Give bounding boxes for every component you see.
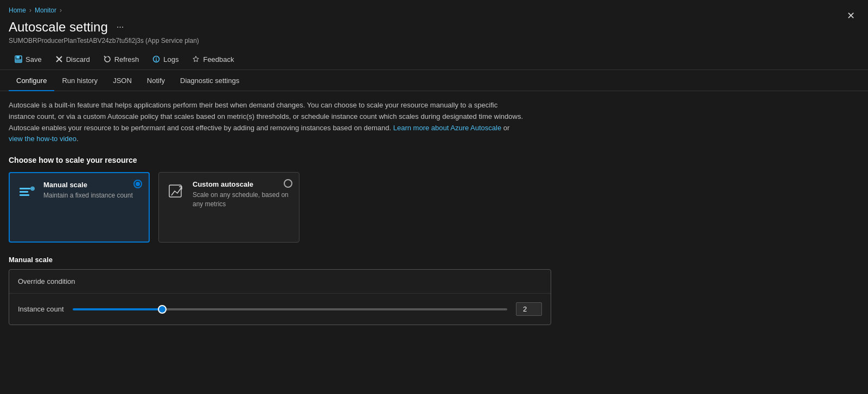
- learn-more-link[interactable]: Learn more about Azure Autoscale: [393, 124, 501, 132]
- tab-diagnostic-settings[interactable]: Diagnostic settings: [173, 71, 247, 91]
- custom-autoscale-desc: Scale on any schedule, based on any metr…: [193, 190, 291, 209]
- refresh-button[interactable]: Refresh: [98, 52, 145, 66]
- refresh-label: Refresh: [114, 55, 139, 63]
- feedback-icon: [192, 55, 200, 63]
- discard-button[interactable]: Discard: [49, 52, 95, 66]
- breadcrumb-home[interactable]: Home: [9, 7, 26, 14]
- manual-scale-title: Manual scale: [43, 181, 141, 189]
- description-period: .: [76, 135, 79, 143]
- custom-autoscale-icon: [167, 182, 186, 202]
- logs-icon: [152, 55, 161, 63]
- how-to-video-link[interactable]: view the how-to video: [9, 135, 76, 143]
- manual-scale-desc: Maintain a fixed instance count: [43, 191, 141, 200]
- custom-autoscale-content: Custom autoscale Scale on any schedule, …: [193, 180, 291, 209]
- svg-rect-2: [16, 59, 21, 62]
- slider-container: [73, 308, 507, 310]
- tabs-container: Configure Run history JSON Notify Diagno…: [0, 71, 868, 91]
- discard-label: Discard: [66, 55, 90, 63]
- feedback-label: Feedback: [203, 55, 234, 63]
- svg-rect-10: [20, 194, 29, 196]
- tab-configure[interactable]: Configure: [9, 71, 54, 91]
- refresh-icon: [103, 55, 112, 63]
- custom-autoscale-title: Custom autoscale: [193, 180, 291, 188]
- manual-scale-icon: [17, 183, 37, 202]
- manual-scale-content: Manual scale Maintain a fixed instance c…: [43, 181, 141, 200]
- override-condition-header: Override condition: [9, 270, 551, 294]
- toolbar: Save Discard Refresh Logs: [0, 49, 868, 70]
- scale-options: Manual scale Maintain a fixed instance c…: [9, 172, 859, 243]
- breadcrumb-monitor[interactable]: Monitor: [35, 7, 56, 14]
- feedback-button[interactable]: Feedback: [186, 52, 239, 66]
- custom-autoscale-card[interactable]: Custom autoscale Scale on any schedule, …: [158, 172, 299, 243]
- svg-rect-9: [20, 191, 28, 193]
- tab-run-history[interactable]: Run history: [54, 71, 105, 91]
- manual-scale-section-label: Manual scale: [9, 256, 859, 264]
- scale-section-title: Choose how to scale your resource: [9, 156, 859, 164]
- svg-rect-1: [16, 56, 20, 59]
- instance-count-label: Instance count: [18, 305, 64, 313]
- breadcrumb-sep-1: ›: [29, 7, 31, 14]
- override-body: Instance count: [9, 294, 551, 325]
- breadcrumb: Home › Monitor ›: [0, 0, 868, 17]
- breadcrumb-sep-2: ›: [60, 7, 62, 14]
- manual-scale-card[interactable]: Manual scale Maintain a fixed instance c…: [9, 172, 150, 243]
- main-content: Autoscale is a built-in feature that hel…: [0, 91, 868, 334]
- instance-count-input[interactable]: [516, 302, 542, 316]
- logs-button[interactable]: Logs: [146, 52, 184, 66]
- override-panel: Override condition Instance count: [9, 269, 551, 325]
- tab-json[interactable]: JSON: [105, 71, 139, 91]
- page-subtitle: SUMOBRProducerPlanTestABV24zb7tu5fi2j3s …: [0, 36, 868, 49]
- logs-label: Logs: [163, 55, 178, 63]
- instance-count-slider[interactable]: [73, 308, 507, 310]
- more-options-button[interactable]: ···: [113, 21, 127, 33]
- svg-rect-8: [20, 188, 30, 189]
- page-title: Autoscale setting: [9, 20, 108, 35]
- tab-notify[interactable]: Notify: [139, 71, 173, 91]
- svg-point-6: [156, 58, 157, 59]
- save-label: Save: [25, 55, 42, 63]
- close-button[interactable]: ✕: [843, 8, 859, 24]
- save-icon: [14, 55, 23, 63]
- page-title-row: Autoscale setting ···: [0, 17, 868, 36]
- discard-icon: [55, 55, 63, 63]
- description-block: Autoscale is a built-in feature that hel…: [9, 100, 524, 145]
- description-or: or: [503, 124, 510, 132]
- save-button[interactable]: Save: [9, 52, 47, 66]
